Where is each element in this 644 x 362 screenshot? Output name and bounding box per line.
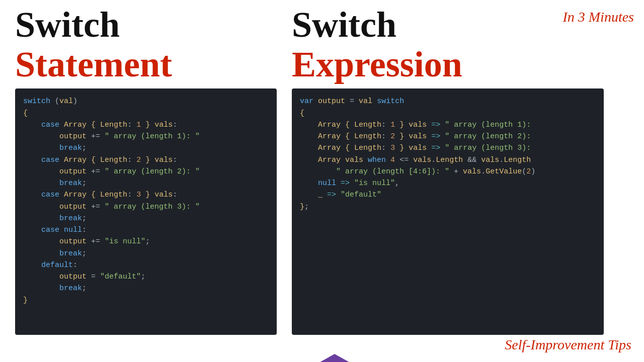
right-title: Switch Expression [292, 5, 594, 84]
hashtags-container: #Recursive #Exhaustive [397, 350, 477, 362]
in-3-minutes-label: In 3 Minutes [562, 9, 634, 25]
left-sub-title: Statement [15, 45, 277, 84]
csharp-logo: # [292, 350, 377, 362]
right-switch-title: Switch [292, 5, 594, 45]
self-improvement-label: Self-Improvement Tips [505, 337, 631, 353]
code-section: switch (val) { case Array { Length: 1 } … [0, 88, 644, 335]
svg-marker-0 [299, 354, 370, 362]
hashtag-recursive: #Recursive [397, 360, 477, 362]
left-title: Switch Statement [15, 5, 277, 84]
switch-expression-code: var output = val switch { Array { Length… [292, 88, 604, 335]
top-section: Switch Statement Switch Expression In 3 … [0, 0, 644, 84]
switch-statement-code: switch (val) { case Array { Length: 1 } … [15, 88, 277, 335]
left-switch-title: Switch [15, 5, 277, 45]
right-sub-title: Expression [292, 45, 594, 84]
